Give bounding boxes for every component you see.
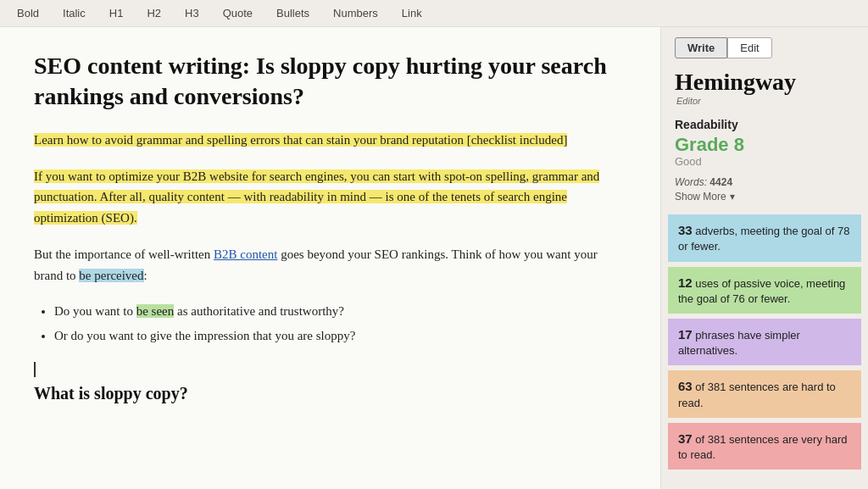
bullet1-pre: Do you want to	[54, 304, 136, 318]
adverbs-desc: adverbs, meeting the goal of 78 or fewer…	[678, 225, 849, 253]
text-cursor	[34, 362, 36, 377]
paragraph-1: Learn how to avoid grammar and spelling …	[34, 130, 626, 151]
words-count: 4424	[709, 176, 732, 188]
hard-count: 63	[678, 379, 693, 393]
editor-area[interactable]: SEO content writing: Is sloppy copy hurt…	[0, 27, 661, 489]
chevron-down-icon: ▾	[730, 191, 735, 203]
passive-count: 12	[678, 275, 693, 290]
bullet-item-2: Or do you want to give the impression th…	[54, 325, 626, 347]
grade-quality: Good	[675, 155, 854, 168]
toolbar: Bold Italic H1 H2 H3 Quote Bullets Numbe…	[0, 0, 868, 27]
highlight-blue-perceived: be perceived	[79, 269, 143, 282]
italic-button[interactable]: Italic	[59, 5, 89, 21]
stat-card-passive: 12 uses of passive voice, meeting the go…	[668, 267, 861, 314]
write-button[interactable]: Write	[675, 37, 727, 58]
adverbs-count: 33	[678, 223, 693, 237]
para3-pre: But the importance of well-written	[34, 247, 214, 261]
bullet-list: Do you want to be seen as authoritative …	[54, 301, 626, 347]
show-more-button[interactable]: Show More ▾	[675, 191, 854, 203]
hard-desc: of 381 sentences are hard to read.	[678, 381, 836, 408]
app-logo: Hemingway	[675, 70, 854, 94]
words-label: Words:	[675, 176, 707, 188]
paragraph-2: If you want to optimize your B2B website…	[34, 166, 626, 229]
numbers-button[interactable]: Numbers	[330, 5, 381, 21]
highlight-yellow-2: If you want to optimize your B2B website…	[34, 169, 599, 225]
bullets-button[interactable]: Bullets	[273, 5, 313, 21]
h3-button[interactable]: H3	[181, 5, 203, 21]
stat-card-very-hard: 37 of 381 sentences are very hard to rea…	[668, 423, 861, 470]
sidebar-top: Write Edit Hemingway Editor Readability …	[661, 27, 868, 214]
quote-button[interactable]: Quote	[220, 5, 256, 21]
stat-card-adverbs: 33 adverbs, meeting the goal of 78 or fe…	[668, 214, 861, 261]
grade-value: Grade 8	[675, 135, 854, 155]
stat-card-simpler: 17 phrases have simpler alternatives.	[668, 319, 861, 365]
h1-button[interactable]: H1	[106, 5, 127, 21]
very-hard-desc: of 381 sentences are very hard to read.	[678, 433, 848, 461]
h2-button[interactable]: H2	[143, 5, 164, 21]
stats-cards-area: 33 adverbs, meeting the goal of 78 or fe…	[661, 214, 868, 475]
passive-desc: uses of passive voice, meeting the goal …	[678, 277, 845, 305]
b2b-content-link[interactable]: B2B content	[214, 247, 277, 261]
simpler-count: 17	[678, 327, 693, 342]
bullet1-end: as authoritative and trustworthy?	[174, 304, 344, 318]
bullet-item-1: Do you want to be seen as authoritative …	[54, 301, 626, 322]
section-heading: What is sloppy copy?	[34, 384, 626, 403]
readability-label: Readability	[675, 118, 854, 131]
show-more-label: Show More	[675, 191, 726, 203]
simpler-desc: phrases have simpler alternatives.	[678, 329, 800, 357]
words-line: Words: 4424	[675, 176, 854, 188]
write-edit-bar: Write Edit	[675, 37, 854, 58]
para3-end: :	[144, 269, 147, 282]
highlight-yellow-1: Learn how to avoid grammar and spelling …	[34, 133, 567, 147]
stat-card-hard: 63 of 381 sentences are hard to read.	[668, 370, 861, 417]
highlight-green-seen: be seen	[136, 304, 175, 318]
edit-button[interactable]: Edit	[727, 37, 771, 58]
link-button[interactable]: Link	[398, 5, 426, 21]
main-area: SEO content writing: Is sloppy copy hurt…	[0, 27, 868, 489]
paragraph-3: But the importance of well-written B2B c…	[34, 244, 626, 286]
document-title: SEO content writing: Is sloppy copy hurt…	[34, 51, 626, 113]
sidebar: Write Edit Hemingway Editor Readability …	[661, 27, 868, 489]
very-hard-count: 37	[678, 431, 693, 446]
bold-button[interactable]: Bold	[14, 5, 42, 21]
app-subtitle: Editor	[676, 96, 854, 106]
